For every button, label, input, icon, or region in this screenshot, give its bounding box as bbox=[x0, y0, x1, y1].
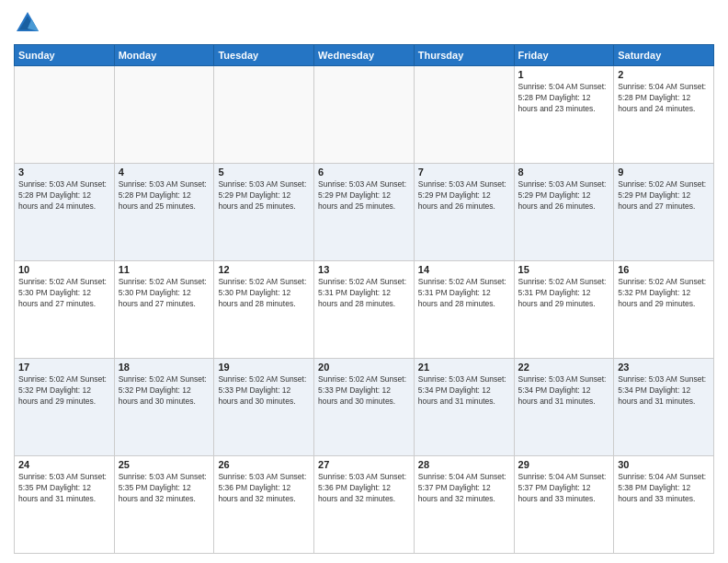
day-number: 16 bbox=[618, 264, 710, 275]
calendar-week-3: 17Sunrise: 5:02 AM Sunset: 5:32 PM Dayli… bbox=[15, 359, 714, 456]
day-info: Sunrise: 5:02 AM Sunset: 5:30 PM Dayligh… bbox=[18, 277, 110, 310]
header bbox=[14, 9, 714, 37]
calendar-cell: 25Sunrise: 5:03 AM Sunset: 5:35 PM Dayli… bbox=[114, 456, 214, 554]
calendar-cell: 2Sunrise: 5:04 AM Sunset: 5:28 PM Daylig… bbox=[614, 66, 714, 164]
page: SundayMondayTuesdayWednesdayThursdayFrid… bbox=[0, 0, 728, 563]
logo bbox=[14, 9, 45, 37]
day-number: 10 bbox=[18, 264, 110, 275]
day-number: 23 bbox=[618, 362, 710, 373]
calendar-cell: 22Sunrise: 5:03 AM Sunset: 5:34 PM Dayli… bbox=[514, 359, 614, 456]
day-info: Sunrise: 5:03 AM Sunset: 5:29 PM Dayligh… bbox=[218, 179, 310, 213]
logo-icon bbox=[14, 9, 41, 37]
calendar-cell: 12Sunrise: 5:02 AM Sunset: 5:30 PM Dayli… bbox=[214, 261, 314, 359]
calendar-cell: 9Sunrise: 5:02 AM Sunset: 5:29 PM Daylig… bbox=[614, 164, 714, 261]
calendar-cell: 10Sunrise: 5:02 AM Sunset: 5:30 PM Dayli… bbox=[15, 261, 115, 359]
calendar-cell bbox=[414, 66, 514, 164]
day-number: 17 bbox=[18, 362, 110, 373]
day-header-saturday: Saturday bbox=[614, 45, 714, 66]
calendar-cell bbox=[15, 66, 115, 164]
calendar-cell: 16Sunrise: 5:02 AM Sunset: 5:32 PM Dayli… bbox=[614, 261, 714, 359]
day-info: Sunrise: 5:03 AM Sunset: 5:28 PM Dayligh… bbox=[18, 179, 110, 213]
day-number: 5 bbox=[218, 167, 310, 178]
day-number: 9 bbox=[618, 167, 710, 178]
calendar-cell: 21Sunrise: 5:03 AM Sunset: 5:34 PM Dayli… bbox=[414, 359, 514, 456]
calendar-cell: 29Sunrise: 5:04 AM Sunset: 5:37 PM Dayli… bbox=[514, 456, 614, 554]
day-info: Sunrise: 5:03 AM Sunset: 5:34 PM Dayligh… bbox=[518, 374, 610, 408]
day-number: 22 bbox=[518, 362, 610, 373]
day-info: Sunrise: 5:02 AM Sunset: 5:31 PM Dayligh… bbox=[518, 277, 610, 310]
day-info: Sunrise: 5:03 AM Sunset: 5:29 PM Dayligh… bbox=[418, 179, 510, 213]
day-info: Sunrise: 5:03 AM Sunset: 5:36 PM Dayligh… bbox=[318, 472, 410, 505]
calendar-cell: 26Sunrise: 5:03 AM Sunset: 5:36 PM Dayli… bbox=[214, 456, 314, 554]
calendar-cell: 24Sunrise: 5:03 AM Sunset: 5:35 PM Dayli… bbox=[15, 456, 115, 554]
day-number: 1 bbox=[518, 69, 610, 80]
calendar-cell: 1Sunrise: 5:04 AM Sunset: 5:28 PM Daylig… bbox=[514, 66, 614, 164]
day-number: 7 bbox=[418, 167, 510, 178]
day-number: 14 bbox=[418, 264, 510, 275]
day-number: 4 bbox=[119, 167, 210, 178]
calendar-week-1: 3Sunrise: 5:03 AM Sunset: 5:28 PM Daylig… bbox=[15, 164, 714, 261]
day-number: 26 bbox=[218, 459, 310, 470]
day-info: Sunrise: 5:02 AM Sunset: 5:31 PM Dayligh… bbox=[318, 277, 410, 310]
day-number: 30 bbox=[618, 459, 710, 470]
day-info: Sunrise: 5:03 AM Sunset: 5:35 PM Dayligh… bbox=[18, 472, 110, 505]
calendar-cell: 8Sunrise: 5:03 AM Sunset: 5:29 PM Daylig… bbox=[514, 164, 614, 261]
calendar-cell: 6Sunrise: 5:03 AM Sunset: 5:29 PM Daylig… bbox=[314, 164, 415, 261]
day-number: 2 bbox=[618, 69, 710, 80]
calendar-cell: 5Sunrise: 5:03 AM Sunset: 5:29 PM Daylig… bbox=[214, 164, 314, 261]
day-info: Sunrise: 5:04 AM Sunset: 5:28 PM Dayligh… bbox=[518, 82, 610, 115]
day-number: 11 bbox=[119, 264, 210, 275]
day-number: 24 bbox=[18, 459, 110, 470]
day-number: 25 bbox=[119, 459, 210, 470]
day-info: Sunrise: 5:03 AM Sunset: 5:29 PM Dayligh… bbox=[518, 179, 610, 213]
day-info: Sunrise: 5:02 AM Sunset: 5:32 PM Dayligh… bbox=[618, 277, 710, 310]
day-number: 20 bbox=[318, 362, 410, 373]
calendar-cell: 15Sunrise: 5:02 AM Sunset: 5:31 PM Dayli… bbox=[514, 261, 614, 359]
day-header-monday: Monday bbox=[114, 45, 214, 66]
day-info: Sunrise: 5:04 AM Sunset: 5:37 PM Dayligh… bbox=[418, 472, 510, 505]
day-info: Sunrise: 5:02 AM Sunset: 5:30 PM Dayligh… bbox=[119, 277, 210, 310]
day-number: 3 bbox=[18, 167, 110, 178]
day-info: Sunrise: 5:03 AM Sunset: 5:28 PM Dayligh… bbox=[119, 179, 210, 213]
day-info: Sunrise: 5:02 AM Sunset: 5:33 PM Dayligh… bbox=[218, 374, 310, 408]
calendar-table: SundayMondayTuesdayWednesdayThursdayFrid… bbox=[14, 44, 714, 554]
day-info: Sunrise: 5:03 AM Sunset: 5:36 PM Dayligh… bbox=[218, 472, 310, 505]
calendar-cell: 7Sunrise: 5:03 AM Sunset: 5:29 PM Daylig… bbox=[414, 164, 514, 261]
calendar-cell: 27Sunrise: 5:03 AM Sunset: 5:36 PM Dayli… bbox=[314, 456, 415, 554]
day-info: Sunrise: 5:04 AM Sunset: 5:38 PM Dayligh… bbox=[618, 472, 710, 505]
day-number: 29 bbox=[518, 459, 610, 470]
calendar-cell: 13Sunrise: 5:02 AM Sunset: 5:31 PM Dayli… bbox=[314, 261, 415, 359]
calendar-cell: 14Sunrise: 5:02 AM Sunset: 5:31 PM Dayli… bbox=[414, 261, 514, 359]
day-info: Sunrise: 5:04 AM Sunset: 5:37 PM Dayligh… bbox=[518, 472, 610, 505]
day-number: 8 bbox=[518, 167, 610, 178]
day-info: Sunrise: 5:04 AM Sunset: 5:28 PM Dayligh… bbox=[618, 82, 710, 115]
day-info: Sunrise: 5:03 AM Sunset: 5:29 PM Dayligh… bbox=[318, 179, 410, 213]
day-number: 6 bbox=[318, 167, 410, 178]
day-info: Sunrise: 5:02 AM Sunset: 5:32 PM Dayligh… bbox=[18, 374, 110, 408]
calendar-cell: 17Sunrise: 5:02 AM Sunset: 5:32 PM Dayli… bbox=[15, 359, 115, 456]
day-header-friday: Friday bbox=[514, 45, 614, 66]
calendar-week-0: 1Sunrise: 5:04 AM Sunset: 5:28 PM Daylig… bbox=[15, 66, 714, 164]
day-info: Sunrise: 5:03 AM Sunset: 5:35 PM Dayligh… bbox=[119, 472, 210, 505]
day-info: Sunrise: 5:02 AM Sunset: 5:32 PM Dayligh… bbox=[119, 374, 210, 408]
calendar-cell bbox=[314, 66, 415, 164]
day-number: 15 bbox=[518, 264, 610, 275]
day-info: Sunrise: 5:02 AM Sunset: 5:31 PM Dayligh… bbox=[418, 277, 510, 310]
day-info: Sunrise: 5:02 AM Sunset: 5:30 PM Dayligh… bbox=[218, 277, 310, 310]
day-header-thursday: Thursday bbox=[414, 45, 514, 66]
day-info: Sunrise: 5:03 AM Sunset: 5:34 PM Dayligh… bbox=[618, 374, 710, 408]
day-info: Sunrise: 5:03 AM Sunset: 5:34 PM Dayligh… bbox=[418, 374, 510, 408]
calendar-cell: 4Sunrise: 5:03 AM Sunset: 5:28 PM Daylig… bbox=[114, 164, 214, 261]
calendar-week-2: 10Sunrise: 5:02 AM Sunset: 5:30 PM Dayli… bbox=[15, 261, 714, 359]
day-info: Sunrise: 5:02 AM Sunset: 5:29 PM Dayligh… bbox=[618, 179, 710, 213]
day-number: 12 bbox=[218, 264, 310, 275]
calendar-cell: 18Sunrise: 5:02 AM Sunset: 5:32 PM Dayli… bbox=[114, 359, 214, 456]
calendar-cell: 3Sunrise: 5:03 AM Sunset: 5:28 PM Daylig… bbox=[15, 164, 115, 261]
calendar-cell: 28Sunrise: 5:04 AM Sunset: 5:37 PM Dayli… bbox=[414, 456, 514, 554]
day-header-wednesday: Wednesday bbox=[314, 45, 415, 66]
calendar-cell: 19Sunrise: 5:02 AM Sunset: 5:33 PM Dayli… bbox=[214, 359, 314, 456]
day-header-tuesday: Tuesday bbox=[214, 45, 314, 66]
day-number: 28 bbox=[418, 459, 510, 470]
calendar-cell bbox=[214, 66, 314, 164]
calendar-week-4: 24Sunrise: 5:03 AM Sunset: 5:35 PM Dayli… bbox=[15, 456, 714, 554]
